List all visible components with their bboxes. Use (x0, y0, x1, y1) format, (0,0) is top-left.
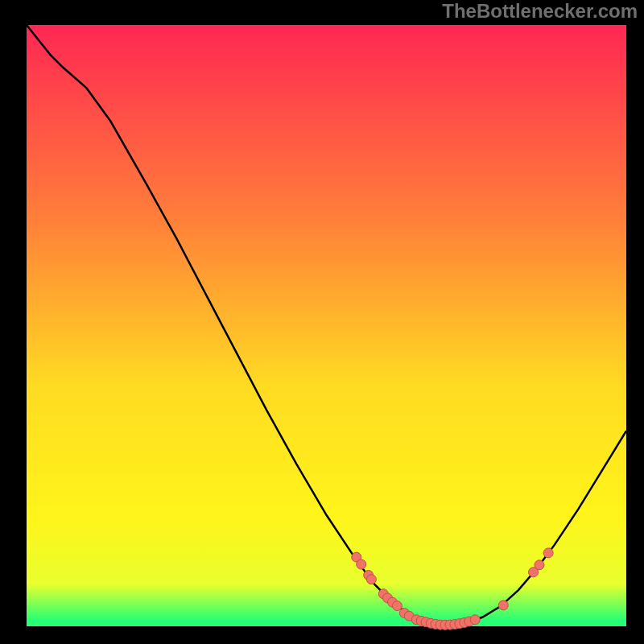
bottleneck-chart (0, 0, 644, 644)
curve-marker (470, 615, 480, 625)
chart-wrapper: TheBottlenecker.com (0, 0, 644, 644)
curve-marker (366, 575, 376, 584)
attribution-text: TheBottlenecker.com (442, 0, 638, 23)
curve-marker (357, 559, 366, 569)
curve-marker (543, 548, 553, 558)
plot-gradient-background (27, 25, 626, 626)
curve-marker (392, 601, 402, 611)
curve-marker (498, 601, 508, 610)
curve-marker (535, 560, 544, 570)
